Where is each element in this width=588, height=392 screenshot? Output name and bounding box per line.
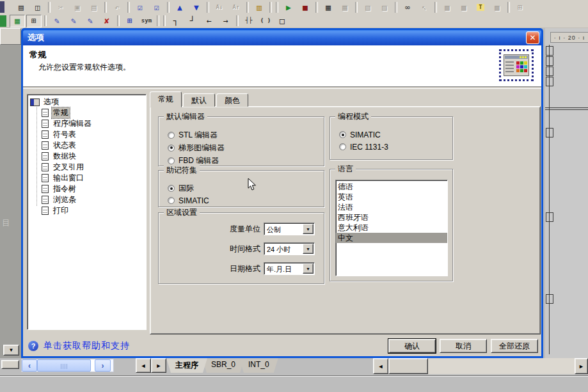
header-separator [23, 86, 541, 89]
print-icon[interactable]: ▤ [13, 1, 29, 13]
scroll-left-button[interactable]: ‹ [22, 359, 37, 372]
tree-item-general[interactable]: 常规 [28, 107, 146, 118]
tab-default[interactable]: 默认 [183, 93, 215, 107]
paste-icon[interactable]: ▤ [86, 1, 102, 13]
goggles-icon[interactable]: ∞ [400, 1, 415, 13]
close-button[interactable]: ✕ [526, 31, 539, 44]
bookmark-clear-icon[interactable]: ▩ [489, 1, 505, 13]
copy-icon[interactable]: ▣ [70, 1, 85, 13]
toolbar-separator [104, 2, 107, 13]
sheet-tab-main-program[interactable]: 主程序 [166, 358, 207, 373]
radio-fbd-editor[interactable]: FBD 编辑器 [168, 154, 320, 167]
compile-icon[interactable]: ☑ [132, 1, 148, 13]
table-view-icon[interactable]: ⊞ [26, 15, 42, 27]
time-format-combo[interactable]: 24 小时▼ [264, 242, 315, 255]
apply-grid-icon[interactable]: ⊞ [513, 1, 528, 13]
restore-all-button[interactable]: 全部还原 [491, 339, 538, 353]
trend-chart-icon[interactable]: ▨ [377, 1, 392, 13]
download-icon[interactable]: ▼ [189, 1, 204, 13]
language-listbox[interactable]: 德语英语法语西班牙语意大利语中文 [335, 180, 448, 276]
help-link[interactable]: ? 单击获取帮助和支持 [28, 340, 130, 352]
cut-icon[interactable]: ✂ [53, 1, 68, 13]
pause-status-icon[interactable]: ▦ [337, 1, 353, 13]
tree-item-status-chart[interactable]: 状态表 [28, 140, 146, 151]
tab-color[interactable]: 颜色 [216, 93, 248, 107]
radio-simatic[interactable]: SIMATIC [339, 129, 449, 141]
undo-icon[interactable]: ↶ [109, 1, 125, 13]
tree-item-data-block[interactable]: 数据块 [28, 151, 146, 162]
line-left-icon[interactable]: ← [202, 15, 217, 27]
language-option-spanish[interactable]: 西班牙语 [336, 212, 447, 223]
scroll-left-button[interactable]: ◄ [373, 358, 388, 374]
box-icon[interactable]: □ [274, 15, 290, 27]
chevron-down-icon[interactable]: ▼ [303, 263, 314, 274]
nav-scroll-down-button[interactable]: ▼ [3, 345, 19, 356]
confirm-button[interactable]: 确认 [388, 339, 436, 353]
tree-item-symbol-table[interactable]: 符号表 [28, 129, 146, 140]
tab-general[interactable]: 常规 [150, 91, 182, 107]
dialog-titlebar[interactable]: 选项 ✕ [23, 30, 541, 45]
tab-scroll-right-button[interactable]: ► [151, 358, 166, 373]
scrollbar-thumb[interactable] [388, 358, 428, 374]
options-dialog: 选项 ✕ 常规 允许您设置常规软件选项。 [21, 28, 543, 358]
chevron-down-icon[interactable]: ▼ [303, 244, 314, 254]
chevron-down-icon[interactable]: ▼ [303, 224, 314, 234]
tab-scroll-left-button[interactable]: ◄ [136, 358, 151, 373]
bookmark-next-icon[interactable]: ▩ [456, 1, 472, 13]
radio-ladder-editor[interactable]: 梯形图编辑器 [168, 141, 320, 154]
tree-item-browse-bar[interactable]: 浏览条 [28, 194, 146, 205]
options-paste-icon[interactable]: ▥ [251, 1, 267, 13]
tree-item-cross-reference[interactable]: 交叉引用 [28, 162, 146, 173]
line-right-icon[interactable]: → [218, 15, 234, 27]
scroll-right-button[interactable]: ► [575, 358, 588, 374]
measurement-units-combo[interactable]: 公制▼ [264, 223, 315, 235]
language-option-german[interactable]: 德语 [336, 182, 447, 192]
compile-all-icon[interactable]: ☑ [149, 1, 164, 13]
tree-root[interactable]: 选项 [28, 97, 146, 107]
language-option-english[interactable]: 英语 [336, 192, 447, 202]
cancel-button[interactable]: 取消 [440, 339, 487, 353]
radio-simatic-mnemonics[interactable]: SIMATIC [168, 194, 320, 207]
radio-iec-1131-3[interactable]: IEC 1131-3 [339, 141, 449, 153]
insert-column-icon[interactable]: ✎ [66, 15, 81, 27]
radio-international[interactable]: 国际 [168, 182, 320, 194]
tree-item-program-editor[interactable]: 程序编辑器 [28, 118, 146, 129]
bookmark-flag-icon[interactable]: T [473, 1, 488, 13]
radio-stl-editor[interactable]: STL 编辑器 [168, 129, 320, 141]
sheet-tab-sbr-0[interactable]: SBR_0 [202, 358, 244, 373]
sort-ascending-icon[interactable]: A↓ [212, 1, 227, 13]
coil-icon[interactable]: ( ) [258, 15, 273, 27]
tree-item-output-window[interactable]: 输出窗口 [28, 173, 146, 184]
tree-item-instruction-tree[interactable]: 指令树 [28, 184, 146, 194]
scrollbar-thumb[interactable] [37, 359, 91, 372]
line-down-icon[interactable]: ┐ [168, 15, 184, 27]
tree-item-print[interactable]: 打印 [28, 205, 146, 216]
program-status-icon[interactable]: ▦ [321, 1, 336, 13]
insert-network-icon[interactable]: ✎ [83, 15, 98, 27]
run-icon[interactable]: ▶ [281, 1, 296, 13]
insert-row-icon[interactable]: ✎ [49, 15, 65, 27]
stop-icon[interactable]: ■ [298, 1, 313, 13]
language-option-italian[interactable]: 意大利语 [336, 223, 447, 233]
print-preview-icon[interactable]: ◫ [30, 1, 45, 13]
combo-value: 24 小时 [264, 243, 302, 255]
address-grid-icon[interactable]: ⊞ [122, 15, 138, 27]
line-up-icon[interactable]: ┘ [185, 15, 200, 27]
language-option-french[interactable]: 法语 [336, 202, 447, 212]
upload-icon[interactable]: ▲ [172, 1, 187, 13]
delete-network-icon[interactable]: ✘ [99, 15, 115, 27]
symbol-view-icon[interactable]: ▦ [10, 15, 25, 27]
clipped-green-icon [0, 15, 6, 27]
sheet-tab-int-0[interactable]: INT_0 [239, 358, 278, 373]
scroll-right-button[interactable]: › [95, 359, 111, 372]
pointer-icon[interactable]: ↖ [417, 1, 432, 13]
sym-toggle-icon[interactable]: sym [139, 15, 154, 27]
ladder-editor-fragment: · ı · 20 · ı [545, 28, 588, 358]
contact-icon[interactable]: ┤├ [241, 15, 257, 27]
chart-status-icon[interactable]: ▧ [360, 1, 376, 13]
scrollbar-track[interactable] [428, 358, 575, 374]
bookmark-toggle-icon[interactable]: ▩ [440, 1, 455, 13]
sort-descending-icon[interactable]: A↑ [228, 1, 244, 13]
language-option-chinese[interactable]: 中文 [336, 233, 447, 243]
date-format-combo[interactable]: 年.月.日▼ [264, 262, 315, 275]
